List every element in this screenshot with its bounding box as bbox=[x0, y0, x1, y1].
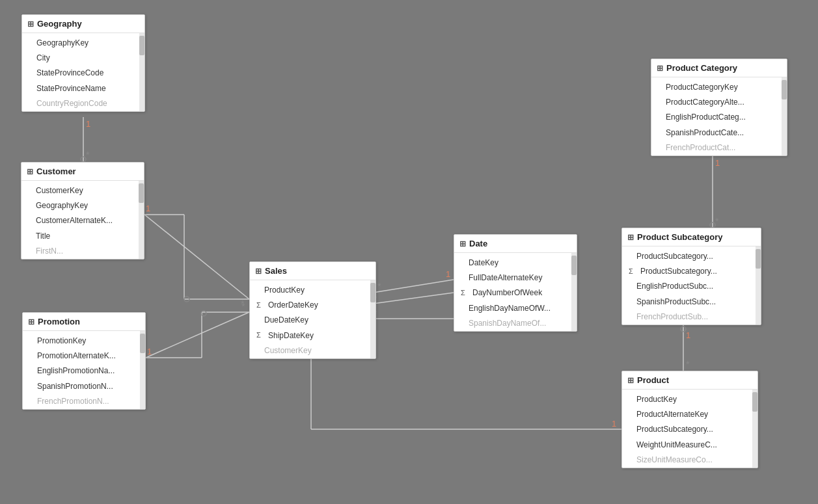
svg-text:*: * bbox=[377, 281, 381, 291]
sales-table[interactable]: ⊞ Sales ProductKey ΣOrderDateKey DueDate… bbox=[249, 261, 376, 359]
list-item: FirstN... bbox=[21, 244, 144, 259]
list-item: City bbox=[22, 51, 144, 66]
list-item: SpanishProductSubc... bbox=[622, 295, 761, 310]
promotion-table[interactable]: ⊞ Promotion PromotionKey PromotionAltern… bbox=[22, 312, 146, 410]
geography-table[interactable]: ⊞ Geography GeographyKey City StateProvi… bbox=[21, 14, 145, 112]
list-item: PromotionAlternateK... bbox=[23, 349, 145, 364]
list-item: EnglishDayNameOfW... bbox=[454, 301, 577, 316]
table-icon: ⊞ bbox=[255, 267, 262, 276]
list-item: GeographyKey bbox=[21, 198, 144, 213]
product-header: ⊞ Product bbox=[622, 371, 757, 390]
table-icon: ⊞ bbox=[27, 20, 34, 29]
list-item: ProductSubcategory... bbox=[622, 249, 761, 264]
sigma-icon: Σ bbox=[256, 330, 264, 341]
list-item: StateProvinceCode bbox=[22, 66, 144, 81]
sales-body: ProductKey ΣOrderDateKey DueDateKey ΣShi… bbox=[250, 280, 375, 358]
svg-line-21 bbox=[373, 293, 454, 304]
geography-table-header: ⊞ Geography bbox=[22, 15, 144, 33]
svg-text:1: 1 bbox=[612, 419, 616, 429]
table-icon: ⊞ bbox=[27, 167, 33, 176]
list-item: ΣOrderDateKey bbox=[250, 298, 375, 313]
list-item: GeographyKey bbox=[22, 36, 144, 51]
list-item: FullDateAlternateKey bbox=[454, 271, 577, 285]
list-item: EnglishPromotionNa... bbox=[23, 364, 145, 378]
svg-point-8 bbox=[184, 297, 189, 302]
product-subcategory-title: Product Subcategory bbox=[637, 232, 722, 242]
product-category-table[interactable]: ⊞ Product Category ProductCategoryKey Pr… bbox=[651, 59, 787, 156]
product-subcategory-table[interactable]: ⊞ Product Subcategory ProductSubcategory… bbox=[621, 228, 761, 325]
list-item: ΣDayNumberOfWeek bbox=[454, 285, 577, 300]
list-item: CountryRegionCode bbox=[22, 96, 144, 111]
list-item: SpanishPromotionN... bbox=[23, 379, 145, 394]
customer-table[interactable]: ⊞ Customer CustomerKey GeographyKey Cust… bbox=[21, 162, 144, 259]
product-body: ProductKey ProductAlternateKey ProductSu… bbox=[622, 390, 757, 468]
product-category-header: ⊞ Product Category bbox=[651, 59, 787, 77]
list-item: PromotionKey bbox=[23, 334, 145, 349]
list-item: ΣProductSubcategory... bbox=[622, 264, 761, 279]
svg-text:*: * bbox=[86, 150, 90, 160]
svg-text:1: 1 bbox=[446, 269, 450, 279]
table-icon: ⊞ bbox=[28, 317, 34, 326]
list-item: ΣShipDateKey bbox=[250, 328, 375, 343]
diagram-canvas: 1 * 1 * 1 * * 1 * * * 1 bbox=[0, 0, 818, 504]
list-item: FrenchProductSub... bbox=[622, 310, 761, 325]
date-table[interactable]: ⊞ Date DateKey FullDateAlternateKey ΣDay… bbox=[454, 234, 577, 332]
list-item: FrenchProductCat... bbox=[651, 140, 787, 155]
table-icon: ⊞ bbox=[627, 376, 634, 385]
product-table[interactable]: ⊞ Product ProductKey ProductAlternateKey… bbox=[621, 371, 758, 468]
list-item: SpanishDayNameOf... bbox=[454, 316, 577, 331]
list-item: WeightUnitMeasureC... bbox=[622, 438, 757, 453]
svg-text:*: * bbox=[715, 216, 719, 226]
date-body: DateKey FullDateAlternateKey ΣDayNumberO… bbox=[454, 253, 577, 331]
svg-point-30 bbox=[710, 222, 715, 228]
sigma-icon: Σ bbox=[629, 266, 636, 278]
table-icon: ⊞ bbox=[627, 233, 634, 242]
list-item: SpanishProductCate... bbox=[651, 126, 787, 140]
list-item: EnglishProductSubc... bbox=[622, 279, 761, 294]
sigma-icon: Σ bbox=[461, 287, 469, 299]
list-item: ProductCategoryAlte... bbox=[651, 95, 787, 110]
svg-text:*: * bbox=[241, 301, 245, 312]
product-category-body: ProductCategoryKey ProductCategoryAlte..… bbox=[651, 77, 787, 155]
product-subcategory-header: ⊞ Product Subcategory bbox=[622, 228, 761, 246]
promotion-title: Promotion bbox=[38, 317, 80, 326]
list-item: ProductCategoryKey bbox=[651, 80, 787, 95]
product-subcategory-body: ProductSubcategory... ΣProductSubcategor… bbox=[622, 246, 761, 325]
promotion-body: PromotionKey PromotionAlternateK... Engl… bbox=[23, 331, 145, 409]
svg-point-34 bbox=[681, 326, 686, 332]
geography-title: Geography bbox=[37, 19, 82, 29]
svg-text:1: 1 bbox=[715, 158, 720, 168]
list-item: CustomerKey bbox=[21, 183, 144, 198]
list-item: SizeUnitMeasureCo... bbox=[622, 453, 757, 468]
svg-line-4 bbox=[144, 215, 249, 299]
svg-point-1 bbox=[81, 157, 86, 162]
date-table-header: ⊞ Date bbox=[454, 235, 577, 253]
svg-text:*: * bbox=[686, 359, 690, 369]
svg-line-11 bbox=[146, 312, 249, 358]
list-item: ProductAlternateKey bbox=[622, 407, 757, 422]
svg-text:1: 1 bbox=[146, 204, 150, 213]
list-item: DueDateKey bbox=[250, 313, 375, 328]
svg-text:1: 1 bbox=[86, 119, 90, 129]
list-item: ProductKey bbox=[622, 392, 757, 407]
list-item: CustomerKey bbox=[250, 343, 375, 358]
customer-body: CustomerKey GeographyKey CustomerAlterna… bbox=[21, 181, 144, 259]
customer-title: Customer bbox=[36, 166, 76, 176]
svg-text:*: * bbox=[241, 298, 245, 309]
geography-body: GeographyKey City StateProvinceCode Stat… bbox=[22, 33, 144, 111]
sales-table-header: ⊞ Sales bbox=[250, 262, 375, 280]
sigma-icon: Σ bbox=[256, 300, 264, 312]
list-item: ProductKey bbox=[250, 283, 375, 298]
svg-point-15 bbox=[201, 311, 206, 316]
list-item: CustomerAlternateK... bbox=[21, 213, 144, 228]
table-icon: ⊞ bbox=[657, 64, 663, 73]
svg-line-18 bbox=[373, 280, 454, 293]
list-item: EnglishProductCateg... bbox=[651, 110, 787, 125]
list-item: Title bbox=[21, 229, 144, 244]
list-item: StateProvinceName bbox=[22, 81, 144, 96]
sales-title: Sales bbox=[265, 266, 287, 276]
date-title: Date bbox=[469, 239, 487, 248]
table-icon: ⊞ bbox=[459, 239, 466, 248]
promotion-table-header: ⊞ Promotion bbox=[23, 313, 145, 331]
svg-text:1: 1 bbox=[147, 347, 152, 356]
